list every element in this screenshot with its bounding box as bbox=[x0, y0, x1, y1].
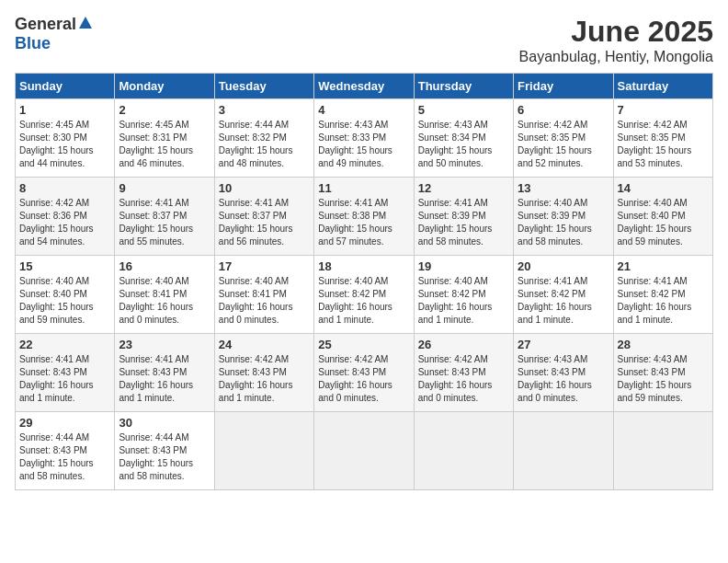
day-number: 3 bbox=[219, 103, 310, 117]
calendar-cell: 9 Sunrise: 4:41 AM Sunset: 8:37 PM Dayli… bbox=[115, 178, 214, 256]
calendar-title: June 2025 bbox=[519, 15, 713, 49]
day-info: Sunrise: 4:44 AM Sunset: 8:32 PM Dayligh… bbox=[219, 119, 310, 170]
day-info: Sunrise: 4:43 AM Sunset: 8:43 PM Dayligh… bbox=[518, 353, 609, 405]
day-info: Sunrise: 4:42 AM Sunset: 8:43 PM Dayligh… bbox=[418, 353, 509, 405]
calendar-cell: 16 Sunrise: 4:40 AM Sunset: 8:41 PM Dayl… bbox=[115, 256, 214, 334]
day-number: 14 bbox=[618, 181, 709, 195]
day-number: 22 bbox=[19, 338, 110, 351]
day-number: 28 bbox=[618, 338, 709, 351]
calendar-cell: 29 Sunrise: 4:44 AM Sunset: 8:43 PM Dayl… bbox=[16, 412, 115, 490]
header-sunday: Sunday bbox=[16, 74, 115, 99]
calendar-cell: 1 Sunrise: 4:45 AM Sunset: 8:30 PM Dayli… bbox=[16, 99, 115, 178]
day-number: 4 bbox=[318, 103, 409, 117]
header-monday: Monday bbox=[115, 74, 214, 99]
calendar-table: SundayMondayTuesdayWednesdayThursdayFrid… bbox=[15, 73, 713, 490]
calendar-cell: 24 Sunrise: 4:42 AM Sunset: 8:43 PM Dayl… bbox=[214, 334, 313, 412]
day-info: Sunrise: 4:41 AM Sunset: 8:43 PM Dayligh… bbox=[119, 353, 210, 405]
calendar-cell: 5 Sunrise: 4:43 AM Sunset: 8:34 PM Dayli… bbox=[414, 99, 513, 178]
day-info: Sunrise: 4:45 AM Sunset: 8:31 PM Dayligh… bbox=[119, 119, 210, 170]
calendar-week-4: 22 Sunrise: 4:41 AM Sunset: 8:43 PM Dayl… bbox=[16, 334, 713, 412]
day-number: 8 bbox=[19, 181, 110, 195]
day-info: Sunrise: 4:40 AM Sunset: 8:41 PM Dayligh… bbox=[119, 275, 210, 327]
day-number: 6 bbox=[518, 103, 609, 117]
day-number: 24 bbox=[219, 338, 310, 351]
day-number: 9 bbox=[119, 181, 210, 195]
day-number: 29 bbox=[19, 416, 110, 430]
calendar-cell: 8 Sunrise: 4:42 AM Sunset: 8:36 PM Dayli… bbox=[16, 178, 115, 256]
day-info: Sunrise: 4:40 AM Sunset: 8:40 PM Dayligh… bbox=[618, 197, 709, 248]
calendar-cell: 10 Sunrise: 4:41 AM Sunset: 8:37 PM Dayl… bbox=[214, 178, 313, 256]
calendar-week-2: 8 Sunrise: 4:42 AM Sunset: 8:36 PM Dayli… bbox=[16, 178, 713, 256]
calendar-cell: 4 Sunrise: 4:43 AM Sunset: 8:33 PM Dayli… bbox=[314, 99, 414, 178]
logo-triangle-icon bbox=[78, 16, 93, 30]
title-area: June 2025 Bayanbulag, Hentiy, Mongolia bbox=[519, 15, 713, 65]
header-saturday: Saturday bbox=[613, 74, 712, 99]
calendar-cell: 14 Sunrise: 4:40 AM Sunset: 8:40 PM Dayl… bbox=[613, 178, 712, 256]
logo: General Blue bbox=[15, 15, 93, 53]
logo-general: General bbox=[15, 15, 76, 34]
calendar-cell bbox=[613, 412, 712, 490]
day-info: Sunrise: 4:40 AM Sunset: 8:40 PM Dayligh… bbox=[19, 275, 110, 327]
day-info: Sunrise: 4:41 AM Sunset: 8:43 PM Dayligh… bbox=[19, 353, 110, 405]
day-info: Sunrise: 4:42 AM Sunset: 8:43 PM Dayligh… bbox=[219, 353, 310, 405]
day-info: Sunrise: 4:42 AM Sunset: 8:36 PM Dayligh… bbox=[19, 197, 110, 248]
calendar-subtitle: Bayanbulag, Hentiy, Mongolia bbox=[519, 49, 713, 65]
calendar-cell: 11 Sunrise: 4:41 AM Sunset: 8:38 PM Dayl… bbox=[314, 178, 414, 256]
day-info: Sunrise: 4:41 AM Sunset: 8:42 PM Dayligh… bbox=[518, 275, 609, 327]
svg-marker-0 bbox=[79, 17, 92, 29]
calendar-cell: 13 Sunrise: 4:40 AM Sunset: 8:39 PM Dayl… bbox=[514, 178, 613, 256]
calendar-header-row: SundayMondayTuesdayWednesdayThursdayFrid… bbox=[16, 74, 713, 99]
day-number: 2 bbox=[119, 103, 210, 117]
calendar-cell: 23 Sunrise: 4:41 AM Sunset: 8:43 PM Dayl… bbox=[115, 334, 214, 412]
calendar-cell: 12 Sunrise: 4:41 AM Sunset: 8:39 PM Dayl… bbox=[414, 178, 513, 256]
header-tuesday: Tuesday bbox=[214, 74, 313, 99]
day-number: 17 bbox=[219, 259, 310, 273]
day-info: Sunrise: 4:42 AM Sunset: 8:35 PM Dayligh… bbox=[618, 119, 709, 170]
calendar-cell: 25 Sunrise: 4:42 AM Sunset: 8:43 PM Dayl… bbox=[314, 334, 414, 412]
day-info: Sunrise: 4:40 AM Sunset: 8:42 PM Dayligh… bbox=[318, 275, 409, 327]
day-info: Sunrise: 4:41 AM Sunset: 8:42 PM Dayligh… bbox=[618, 275, 709, 327]
calendar-cell: 7 Sunrise: 4:42 AM Sunset: 8:35 PM Dayli… bbox=[613, 99, 712, 178]
day-info: Sunrise: 4:43 AM Sunset: 8:34 PM Dayligh… bbox=[418, 119, 509, 170]
day-info: Sunrise: 4:44 AM Sunset: 8:43 PM Dayligh… bbox=[19, 431, 110, 483]
day-info: Sunrise: 4:41 AM Sunset: 8:37 PM Dayligh… bbox=[219, 197, 310, 248]
header-friday: Friday bbox=[514, 74, 613, 99]
header-wednesday: Wednesday bbox=[314, 74, 414, 99]
calendar-cell: 22 Sunrise: 4:41 AM Sunset: 8:43 PM Dayl… bbox=[16, 334, 115, 412]
day-number: 11 bbox=[318, 181, 409, 195]
calendar-cell: 19 Sunrise: 4:40 AM Sunset: 8:42 PM Dayl… bbox=[414, 256, 513, 334]
day-number: 7 bbox=[618, 103, 709, 117]
calendar-cell: 15 Sunrise: 4:40 AM Sunset: 8:40 PM Dayl… bbox=[16, 256, 115, 334]
page-header: General Blue June 2025 Bayanbulag, Henti… bbox=[15, 15, 713, 65]
day-number: 15 bbox=[19, 259, 110, 273]
calendar-cell: 30 Sunrise: 4:44 AM Sunset: 8:43 PM Dayl… bbox=[115, 412, 214, 490]
day-number: 10 bbox=[219, 181, 310, 195]
day-info: Sunrise: 4:44 AM Sunset: 8:43 PM Dayligh… bbox=[119, 431, 210, 483]
day-number: 20 bbox=[518, 259, 609, 273]
calendar-cell bbox=[414, 412, 513, 490]
day-info: Sunrise: 4:41 AM Sunset: 8:37 PM Dayligh… bbox=[119, 197, 210, 248]
day-number: 30 bbox=[119, 416, 210, 430]
calendar-cell: 20 Sunrise: 4:41 AM Sunset: 8:42 PM Dayl… bbox=[514, 256, 613, 334]
day-number: 13 bbox=[518, 181, 609, 195]
calendar-week-3: 15 Sunrise: 4:40 AM Sunset: 8:40 PM Dayl… bbox=[16, 256, 713, 334]
day-number: 26 bbox=[418, 338, 509, 351]
day-info: Sunrise: 4:41 AM Sunset: 8:38 PM Dayligh… bbox=[318, 197, 409, 248]
calendar-cell: 27 Sunrise: 4:43 AM Sunset: 8:43 PM Dayl… bbox=[514, 334, 613, 412]
calendar-cell: 2 Sunrise: 4:45 AM Sunset: 8:31 PM Dayli… bbox=[115, 99, 214, 178]
day-number: 16 bbox=[119, 259, 210, 273]
day-number: 1 bbox=[19, 103, 110, 117]
day-info: Sunrise: 4:41 AM Sunset: 8:39 PM Dayligh… bbox=[418, 197, 509, 248]
calendar-cell bbox=[214, 412, 313, 490]
day-number: 27 bbox=[518, 338, 609, 351]
calendar-week-1: 1 Sunrise: 4:45 AM Sunset: 8:30 PM Dayli… bbox=[16, 99, 713, 178]
day-number: 5 bbox=[418, 103, 509, 117]
day-info: Sunrise: 4:43 AM Sunset: 8:33 PM Dayligh… bbox=[318, 119, 409, 170]
day-info: Sunrise: 4:40 AM Sunset: 8:42 PM Dayligh… bbox=[418, 275, 509, 327]
day-number: 23 bbox=[119, 338, 210, 351]
day-info: Sunrise: 4:45 AM Sunset: 8:30 PM Dayligh… bbox=[19, 119, 110, 170]
calendar-week-5: 29 Sunrise: 4:44 AM Sunset: 8:43 PM Dayl… bbox=[16, 412, 713, 490]
logo-blue: Blue bbox=[15, 34, 51, 53]
calendar-cell bbox=[314, 412, 414, 490]
header-thursday: Thursday bbox=[414, 74, 513, 99]
